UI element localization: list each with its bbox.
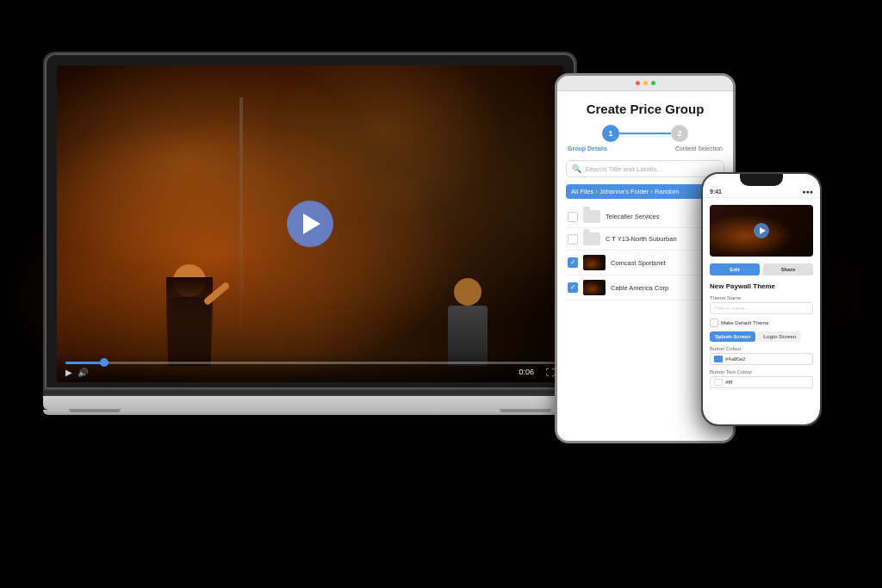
breadcrumb-text: All Files › Johanna's Folder › Random bbox=[571, 188, 679, 195]
laptop: ▶ 🔊 0:06 ⛶ bbox=[43, 52, 577, 415]
laptop-bottom-edge bbox=[43, 410, 577, 415]
file-checkbox-3[interactable]: ✓ bbox=[568, 282, 578, 293]
file-checkbox-0[interactable] bbox=[568, 212, 578, 222]
file-checkbox-1[interactable] bbox=[568, 234, 578, 244]
video-thumb-inner-3 bbox=[583, 280, 606, 295]
laptop-screen-outer: ▶ 🔊 0:06 ⛶ bbox=[43, 52, 577, 391]
tablet-close-dot bbox=[636, 81, 640, 85]
video-thumb-3 bbox=[583, 280, 606, 295]
phone-action-btn-1[interactable]: Edit bbox=[710, 263, 760, 275]
phone-video-thumb bbox=[710, 205, 813, 257]
video-thumb-2 bbox=[583, 255, 606, 270]
phone-time: 9:41 bbox=[710, 189, 722, 195]
phone-default-checkbox[interactable] bbox=[710, 319, 718, 327]
phone-play-icon bbox=[760, 227, 766, 234]
step-labels: Group Details Content Selection bbox=[566, 145, 724, 152]
button-color-swatch bbox=[714, 356, 723, 362]
steps-indicator: 1 2 bbox=[566, 125, 724, 142]
laptop-screen-inner: ▶ 🔊 0:06 ⛶ bbox=[57, 65, 563, 382]
phone-section-title: New Paywall Theme bbox=[710, 282, 813, 290]
guitarist-figure bbox=[448, 278, 488, 366]
progress-track[interactable] bbox=[65, 362, 555, 364]
theme-name-placeholder: Theme name... bbox=[714, 306, 748, 311]
play-pause-btn[interactable]: ▶ bbox=[65, 368, 72, 377]
video-time: 0:06 bbox=[519, 368, 534, 376]
phone-notch bbox=[740, 174, 783, 186]
phone-button-text-color-row: Button Text Colour #fff bbox=[710, 369, 813, 388]
tablet-minimize-dot bbox=[643, 81, 648, 85]
controls-row: ▶ 🔊 0:06 ⛶ bbox=[65, 368, 555, 377]
guitarist-head bbox=[454, 278, 481, 306]
phone-button-text-color-input[interactable]: #fff bbox=[710, 376, 813, 388]
step-2-circle: 2 bbox=[671, 125, 688, 142]
search-icon: 🔍 bbox=[572, 164, 581, 173]
phone-theme-name-input[interactable]: Theme name... bbox=[710, 302, 813, 314]
button-text-color-swatch bbox=[714, 379, 723, 386]
concert-background: ▶ 🔊 0:06 ⛶ bbox=[57, 65, 563, 382]
phone-status-icons: ●●● bbox=[802, 189, 813, 195]
phone-theme-name-row: Theme Name Theme name... bbox=[710, 295, 813, 314]
step-line bbox=[619, 133, 671, 134]
button-color-value: #4a90e2 bbox=[725, 356, 745, 362]
file-checkbox-2[interactable]: ✓ bbox=[568, 257, 578, 268]
volume-icon[interactable]: 🔊 bbox=[78, 368, 88, 377]
step-2-label: Content Selection bbox=[675, 145, 723, 152]
phone-tabs: Splash Screen Login Screen bbox=[710, 331, 813, 342]
button-text-color-value: #fff bbox=[725, 380, 732, 385]
tablet-maximize-dot bbox=[651, 81, 655, 85]
step-1-label: Group Details bbox=[568, 145, 607, 152]
folder-icon-0 bbox=[583, 210, 600, 223]
step-1-number: 1 bbox=[608, 129, 612, 138]
folder-icon-1 bbox=[583, 232, 600, 245]
step-1-circle: 1 bbox=[602, 125, 619, 142]
laptop-base bbox=[43, 396, 577, 410]
progress-dot bbox=[100, 358, 109, 367]
singer-figure bbox=[168, 264, 211, 366]
play-icon bbox=[303, 214, 320, 234]
phone-button-color-row: Button Colour #4a90e2 bbox=[710, 346, 813, 365]
mic-stand bbox=[239, 97, 243, 350]
phone-play-button[interactable] bbox=[754, 223, 769, 238]
phone-button-text-color-label: Button Text Colour bbox=[710, 369, 813, 374]
scene: ▶ 🔊 0:06 ⛶ Create P bbox=[0, 0, 882, 588]
play-button[interactable] bbox=[287, 201, 333, 247]
laptop-hinge bbox=[43, 391, 577, 396]
phone-actions: Edit Share bbox=[710, 263, 813, 275]
phone-content: Edit Share New Paywall Theme Theme Name … bbox=[703, 198, 820, 388]
singer-hair bbox=[166, 277, 213, 363]
video-controls: ▶ 🔊 0:06 ⛶ bbox=[57, 355, 563, 382]
laptop-foot-left bbox=[69, 409, 121, 412]
tablet-search[interactable]: 🔍 Search Title and Labels... bbox=[566, 160, 724, 177]
checkmark-2: ✓ bbox=[570, 259, 576, 266]
fullscreen-btn[interactable]: ⛶ bbox=[546, 368, 555, 377]
tab-login-screen[interactable]: Login Screen bbox=[758, 331, 801, 342]
checkmark-3: ✓ bbox=[570, 284, 576, 291]
tablet-title: Create Price Group bbox=[566, 102, 724, 116]
step-2-number: 2 bbox=[677, 129, 681, 138]
phone-button-color-input[interactable]: #4a90e2 bbox=[710, 353, 813, 365]
phone-button-color-label: Button Colour bbox=[710, 346, 813, 351]
laptop-foot-right bbox=[500, 409, 551, 412]
search-placeholder: Search Title and Labels... bbox=[585, 165, 662, 173]
phone-action-btn-2[interactable]: Share bbox=[763, 263, 813, 275]
tab-splash-screen[interactable]: Splash Screen bbox=[710, 331, 755, 342]
phone-default-label: Make Default Theme bbox=[721, 320, 769, 325]
tablet-top-bar bbox=[557, 76, 733, 91]
video-thumb-inner-2 bbox=[583, 255, 606, 270]
phone-theme-name-label: Theme Name bbox=[710, 295, 813, 300]
phone: 9:41 ●●● Edit Share New Paywall Theme bbox=[701, 172, 822, 426]
phone-default-checkbox-row: Make Default Theme bbox=[710, 319, 813, 327]
progress-fill bbox=[65, 362, 104, 364]
phone-screen: 9:41 ●●● Edit Share New Paywall Theme bbox=[703, 174, 820, 424]
